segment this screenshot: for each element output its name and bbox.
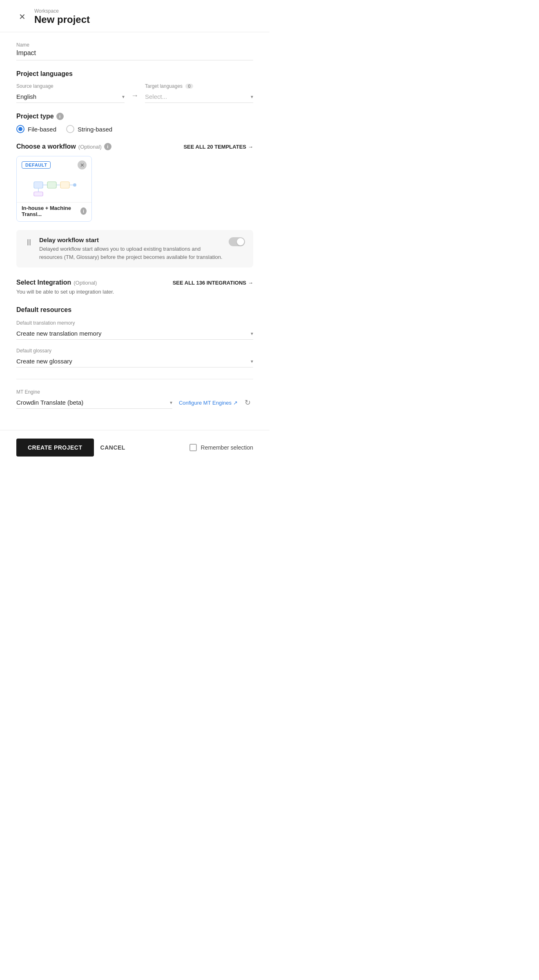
mt-select-wrap: Crowdin Translate (beta) ▾ bbox=[16, 396, 172, 409]
string-based-radio[interactable] bbox=[66, 125, 74, 133]
target-language-label: Target languages 0 bbox=[145, 83, 253, 89]
mt-engine-section: MT Engine Crowdin Translate (beta) ▾ Con… bbox=[16, 389, 253, 409]
languages-row: Source language English ▾ → Target langu… bbox=[16, 83, 253, 103]
workflow-name: In-house + Machine Transl... bbox=[22, 205, 80, 217]
integration-header: Select Integration (Optional) SEE ALL 13… bbox=[16, 279, 253, 286]
main-content: Name Impact Project languages Source lan… bbox=[0, 32, 270, 430]
delay-description: Delayed workflow start allows you to upl… bbox=[39, 245, 223, 261]
default-badge: DEFAULT bbox=[22, 161, 51, 169]
project-type-title: Project type i bbox=[16, 113, 253, 120]
see-all-templates-link[interactable]: SEE ALL 20 TEMPLATES → bbox=[183, 144, 253, 150]
tm-dropdown-arrow: ▾ bbox=[251, 331, 253, 336]
integration-title: Select Integration (Optional) bbox=[16, 279, 97, 286]
close-button[interactable]: ✕ bbox=[16, 11, 28, 22]
target-language-placeholder: Select... bbox=[145, 93, 167, 100]
pause-icon: ⏸ bbox=[24, 237, 33, 248]
refresh-button[interactable]: ↻ bbox=[242, 397, 253, 408]
svg-rect-4 bbox=[60, 182, 69, 188]
target-dropdown-arrow: ▾ bbox=[251, 94, 253, 100]
resources-section: Default resources Default translation me… bbox=[16, 306, 253, 368]
project-languages-title: Project languages bbox=[16, 70, 253, 78]
delay-text: Delay workflow start Delayed workflow st… bbox=[39, 236, 223, 261]
tm-label: Default translation memory bbox=[16, 320, 253, 326]
tm-dropdown-field: Default translation memory Create new tr… bbox=[16, 320, 253, 340]
integrations-arrow-icon: → bbox=[248, 280, 253, 286]
resources-title: Default resources bbox=[16, 306, 253, 314]
delay-toggle[interactable] bbox=[229, 237, 245, 246]
workflow-card-header: DEFAULT ✕ bbox=[17, 156, 91, 169]
workflow-card[interactable]: DEFAULT ✕ In-house + Machine Transl... bbox=[16, 156, 92, 222]
source-language-col: Source language English ▾ bbox=[16, 83, 125, 103]
mt-actions: Configure MT Engines ↗ ↻ bbox=[179, 397, 253, 408]
workflow-title: Choose a workflow (Optional) i bbox=[16, 143, 111, 150]
page-header: ✕ Workspace New project bbox=[0, 0, 270, 32]
remember-checkbox[interactable] bbox=[189, 444, 197, 451]
target-count-badge: 0 bbox=[185, 84, 193, 89]
see-all-integrations-link[interactable]: SEE ALL 136 INTEGRATIONS → bbox=[173, 280, 253, 286]
page-title: New project bbox=[34, 14, 90, 25]
mt-row: Crowdin Translate (beta) ▾ Configure MT … bbox=[16, 396, 253, 409]
workflow-card-footer: In-house + Machine Transl... i bbox=[17, 202, 91, 221]
file-based-radio[interactable] bbox=[16, 125, 24, 133]
workflow-info-icon[interactable]: i bbox=[104, 143, 111, 150]
header-text: Workspace New project bbox=[34, 8, 90, 25]
configure-mt-link[interactable]: Configure MT Engines ↗ bbox=[179, 400, 238, 406]
project-type-info-icon[interactable]: i bbox=[56, 113, 64, 120]
workflow-card-info-icon[interactable]: i bbox=[80, 207, 87, 215]
target-language-select[interactable]: Select... ▾ bbox=[145, 91, 253, 103]
workflow-optional: (Optional) bbox=[78, 144, 102, 150]
language-arrow: → bbox=[125, 91, 145, 100]
tm-select[interactable]: Create new translation memory ▾ bbox=[16, 327, 253, 340]
integration-note: You will be able to set up integration l… bbox=[16, 289, 253, 295]
see-all-arrow-icon: → bbox=[248, 144, 253, 150]
workflow-header: Choose a workflow (Optional) i SEE ALL 2… bbox=[16, 143, 253, 150]
workspace-label: Workspace bbox=[34, 8, 90, 14]
file-based-radio-inner bbox=[18, 127, 22, 131]
cancel-button[interactable]: CANCEL bbox=[100, 444, 125, 451]
integration-optional: (Optional) bbox=[74, 280, 97, 286]
divider bbox=[16, 379, 253, 379]
file-based-option[interactable]: File-based bbox=[16, 125, 56, 133]
workflow-illustration bbox=[17, 169, 91, 202]
mt-engine-value: Crowdin Translate (beta) bbox=[16, 399, 83, 406]
name-field: Name Impact bbox=[16, 42, 253, 60]
string-based-label: String-based bbox=[78, 126, 112, 133]
glossary-dropdown-field: Default glossary Create new glossary ▾ bbox=[16, 348, 253, 368]
name-label: Name bbox=[16, 42, 253, 48]
svg-point-6 bbox=[73, 183, 76, 187]
mt-engine-label: MT Engine bbox=[16, 389, 253, 395]
source-language-select[interactable]: English ▾ bbox=[16, 91, 125, 103]
svg-rect-8 bbox=[34, 192, 43, 196]
source-language-label: Source language bbox=[16, 83, 125, 89]
remember-row: Remember selection bbox=[189, 444, 253, 451]
name-value[interactable]: Impact bbox=[16, 49, 253, 60]
svg-rect-2 bbox=[47, 182, 56, 188]
remember-label: Remember selection bbox=[201, 444, 253, 451]
mt-engine-select[interactable]: Crowdin Translate (beta) ▾ bbox=[16, 396, 172, 409]
workflow-remove-button[interactable]: ✕ bbox=[78, 160, 87, 169]
string-based-option[interactable]: String-based bbox=[66, 125, 112, 133]
workflow-section: Choose a workflow (Optional) i SEE ALL 2… bbox=[16, 143, 253, 222]
project-type-section: Project type i File-based String-based bbox=[16, 113, 253, 133]
project-type-radio-group: File-based String-based bbox=[16, 125, 253, 133]
external-link-icon: ↗ bbox=[233, 400, 238, 406]
mt-dropdown-arrow: ▾ bbox=[170, 400, 172, 405]
create-project-button[interactable]: CREATE PROJECT bbox=[16, 439, 94, 457]
delay-title: Delay workflow start bbox=[39, 236, 223, 243]
toggle-knob bbox=[237, 238, 244, 245]
glossary-select[interactable]: Create new glossary ▾ bbox=[16, 355, 253, 368]
glossary-dropdown-arrow: ▾ bbox=[251, 359, 253, 364]
glossary-value: Create new glossary bbox=[16, 358, 72, 365]
file-based-label: File-based bbox=[28, 126, 56, 133]
svg-rect-0 bbox=[34, 182, 43, 188]
source-language-value: English bbox=[16, 93, 36, 100]
integration-section: Select Integration (Optional) SEE ALL 13… bbox=[16, 279, 253, 295]
tm-value: Create new translation memory bbox=[16, 330, 101, 337]
delay-box: ⏸ Delay workflow start Delayed workflow … bbox=[16, 230, 253, 267]
target-language-col: Target languages 0 Select... ▾ bbox=[145, 83, 253, 103]
glossary-label: Default glossary bbox=[16, 348, 253, 354]
footer-actions: CREATE PROJECT CANCEL Remember selection bbox=[0, 430, 270, 465]
